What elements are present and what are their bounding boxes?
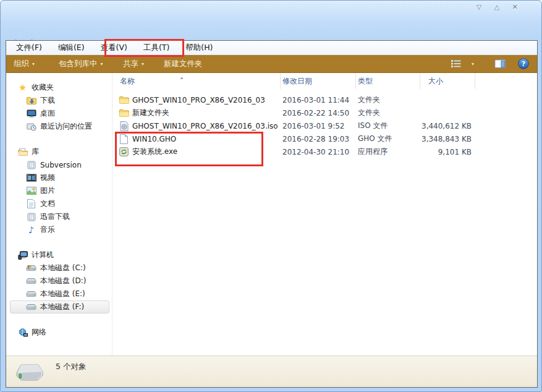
recent-places-icon bbox=[26, 122, 36, 132]
list-view-icon bbox=[451, 59, 462, 68]
pictures-icon bbox=[26, 186, 36, 196]
change-view-button[interactable] bbox=[451, 55, 462, 72]
column-header-type[interactable]: 类型 bbox=[356, 73, 420, 89]
organize-label: 组织 bbox=[14, 59, 29, 69]
star-icon: ★ bbox=[17, 83, 28, 93]
new-folder-label: 新建文件夹 bbox=[164, 59, 203, 69]
red-highlight-address bbox=[104, 39, 184, 57]
system-drive-icon bbox=[26, 263, 36, 273]
chevron-down-icon: ▾ bbox=[101, 61, 103, 67]
sidebar-label: 桌面 bbox=[40, 108, 55, 119]
sidebar-label: 迅雷下载 bbox=[40, 211, 70, 222]
sidebar-item-documents[interactable]: 文档 bbox=[6, 197, 112, 210]
file-size: 9,101 KB bbox=[420, 148, 475, 156]
file-date: 2012-04-30 21:10 bbox=[281, 148, 356, 156]
column-header-size[interactable]: 大小 bbox=[420, 73, 475, 89]
folder-icon bbox=[119, 95, 129, 105]
sidebar-label: Subversion bbox=[40, 161, 82, 169]
sidebar-item-network[interactable]: 网络 bbox=[6, 326, 112, 339]
sidebar-item-thunder-downloads[interactable]: 迅雷下载 bbox=[6, 210, 112, 223]
library-icon bbox=[26, 160, 36, 170]
column-header-name[interactable]: 名称 ▴ bbox=[112, 73, 281, 89]
file-name: 新建文件夹 bbox=[132, 108, 169, 118]
menu-file[interactable]: 文件(F) bbox=[16, 43, 42, 53]
documents-icon bbox=[26, 199, 36, 209]
sidebar-item-computer[interactable]: 计算机 bbox=[6, 249, 112, 262]
navigation-pane: ★ 收藏夹 下载 桌面 bbox=[6, 73, 112, 356]
column-header-label: 名称 bbox=[120, 77, 135, 85]
title-bar[interactable]: ▽ △ ✕ bbox=[1, 1, 541, 19]
sidebar-label: 网络 bbox=[32, 327, 46, 338]
organize-button[interactable]: 组织 ▾ bbox=[14, 55, 35, 72]
file-date: 2016-02-28 19:03 bbox=[281, 135, 356, 143]
preview-pane-icon bbox=[494, 59, 506, 69]
iso-file-icon bbox=[119, 121, 129, 131]
details-pane: 5 个对象 bbox=[6, 356, 537, 387]
explorer-body: 文件(F) 编辑(E) 查看(V) 工具(T) 帮助(H) 组织 ▾ 包含到库中… bbox=[6, 40, 538, 388]
sidebar-label: 文档 bbox=[40, 198, 55, 209]
sidebar-item-recent-places[interactable]: 最近访问的位置 bbox=[6, 120, 112, 133]
change-view-dropdown[interactable]: ▾ bbox=[472, 55, 474, 72]
sidebar-label: 下载 bbox=[40, 95, 55, 106]
table-row[interactable]: GHOST_WIN10_PRO_X86_V2016_03 2016-03-01 … bbox=[112, 93, 537, 106]
sidebar-item-pictures[interactable]: 图片 bbox=[6, 184, 112, 197]
drive-icon bbox=[26, 289, 36, 299]
preview-pane-button[interactable] bbox=[494, 55, 506, 72]
file-date: 2016-03-01 9:52 bbox=[281, 122, 356, 130]
chevron-down-icon: ▾ bbox=[472, 61, 474, 67]
libraries-icon bbox=[17, 147, 28, 157]
table-row[interactable]: 新建文件夹 2016-02-22 14:50 文件夹 bbox=[112, 106, 537, 119]
new-folder-button[interactable]: 新建文件夹 bbox=[164, 55, 203, 72]
sidebar-item-desktop[interactable]: 桌面 bbox=[6, 107, 112, 120]
chevron-down-icon: ▾ bbox=[32, 61, 35, 67]
sidebar-label: 本地磁盘 (D:) bbox=[40, 276, 86, 286]
sidebar-label: 最近访问的位置 bbox=[40, 121, 92, 132]
music-icon: ♪ bbox=[26, 225, 36, 235]
desktop-icon bbox=[26, 109, 36, 119]
sidebar-label: 音乐 bbox=[40, 224, 55, 235]
help-button[interactable]: ? bbox=[518, 55, 529, 72]
sidebar-item-local-disk-c[interactable]: 本地磁盘 (C:) bbox=[6, 262, 112, 275]
videos-icon bbox=[26, 173, 36, 183]
sidebar-item-favorites[interactable]: ★ 收藏夹 bbox=[6, 81, 112, 94]
downloads-folder-icon bbox=[26, 96, 36, 106]
include-in-library-button[interactable]: 包含到库中 ▾ bbox=[59, 55, 103, 72]
file-type: 文件夹 bbox=[356, 108, 420, 118]
menu-help[interactable]: 帮助(H) bbox=[185, 43, 213, 53]
sidebar-item-local-disk-e[interactable]: 本地磁盘 (E:) bbox=[6, 288, 112, 300]
file-list-pane: 名称 ▴ 修改日期 类型 大小 GHOST_WIN10_PRO_X86_V201… bbox=[112, 73, 537, 356]
explorer-window: ▽ △ ✕ ▾ ▸ 计算机 ▸ 本地磁盘 (F:) ▸ ▾ 搜索 本地磁盘 (F… bbox=[0, 0, 542, 392]
sidebar-label: 本地磁盘 (C:) bbox=[40, 263, 86, 273]
minimize-button[interactable]: ▽ bbox=[474, 2, 484, 12]
sidebar-item-subversion[interactable]: Subversion bbox=[6, 158, 112, 171]
computer-icon bbox=[17, 250, 28, 260]
menu-edit[interactable]: 编辑(E) bbox=[58, 43, 85, 53]
item-count: 5 个对象 bbox=[56, 362, 86, 372]
sidebar-label: 视频 bbox=[40, 173, 55, 183]
column-headers: 名称 ▴ 修改日期 类型 大小 bbox=[112, 73, 537, 89]
sidebar-label: 本地磁盘 (E:) bbox=[40, 289, 85, 299]
sidebar-item-downloads[interactable]: 下载 bbox=[6, 94, 112, 107]
drive-icon bbox=[26, 302, 36, 312]
share-button[interactable]: 共享 ▾ bbox=[123, 55, 144, 72]
sidebar-item-music[interactable]: ♪ 音乐 bbox=[6, 223, 112, 236]
column-header-date[interactable]: 修改日期 bbox=[281, 73, 356, 89]
file-type: 应用程序 bbox=[356, 147, 420, 157]
drive-icon bbox=[26, 276, 36, 286]
maximize-button[interactable]: △ bbox=[492, 2, 502, 12]
sidebar-item-libraries[interactable]: 库 bbox=[6, 145, 112, 158]
command-bar: 组织 ▾ 包含到库中 ▾ 共享 ▾ 新建文件夹 ▾ bbox=[6, 55, 537, 73]
network-icon bbox=[17, 328, 28, 338]
close-button[interactable]: ✕ bbox=[510, 2, 520, 12]
sidebar-label: 图片 bbox=[40, 185, 55, 196]
sidebar-item-videos[interactable]: 视频 bbox=[6, 171, 112, 184]
sidebar-item-local-disk-f[interactable]: 本地磁盘 (F:) bbox=[10, 300, 109, 313]
sort-ascending-icon: ▴ bbox=[180, 70, 183, 86]
file-size: 3,440,612 KB bbox=[420, 122, 475, 130]
sidebar-item-local-disk-d[interactable]: 本地磁盘 (D:) bbox=[6, 275, 112, 288]
sidebar-label: 收藏夹 bbox=[32, 82, 54, 93]
address-bar: ▾ ▸ 计算机 ▸ 本地磁盘 (F:) ▸ ▾ 搜索 本地磁盘 (F:) bbox=[1, 19, 541, 40]
file-type: ISO 文件 bbox=[356, 121, 420, 131]
table-row[interactable]: GHOST_WIN10_PRO_X86_V2016_03.iso 2016-03… bbox=[112, 119, 537, 132]
chevron-down-icon: ▾ bbox=[142, 61, 144, 67]
